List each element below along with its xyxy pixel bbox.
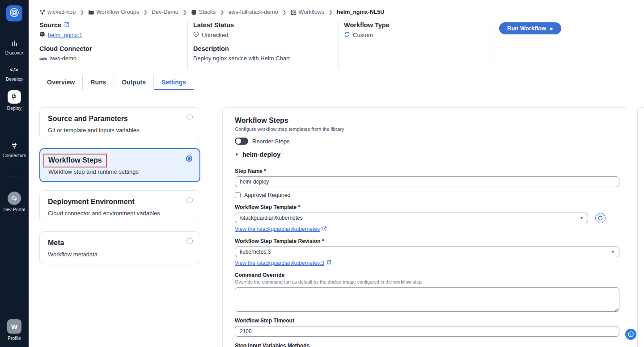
breadcrumb-stacks[interactable]: Stacks [191,9,216,15]
breadcrumb-stack[interactable]: aws-full-stack-demo [228,9,278,15]
radio-unchecked[interactable] [186,114,193,120]
step-name-input[interactable] [235,176,619,187]
command-override-help: Override the command run as default by t… [235,279,617,284]
source-link[interactable]: helm_nginx:1 [48,32,82,38]
step-section-title: helm-deploy [242,151,280,158]
view-revision-link[interactable]: View the /stackguardian/kubernetes:3 [235,260,331,266]
workflow-type-value: Custom [353,32,373,38]
info-button[interactable] [625,329,636,340]
nav-card-title: Meta [48,239,192,247]
select-arrow-icon: ▼ [580,216,584,220]
description-value: Deploy nginx service with Helm Chart [193,55,290,62]
stack-icon [191,9,197,15]
app-logo[interactable] [6,5,22,21]
sidebar-item-connectors[interactable]: Connectors [2,141,26,158]
input-methods-label: Step Input Variables Methods [235,343,617,347]
nav-card-title: Source and Parameters [48,115,192,123]
sidebar-item-discover[interactable]: Discover [5,38,24,55]
nav-card-title: Deployment Environment [48,198,192,206]
grid-icon [291,9,297,15]
workflow-type-label: Workflow Type [344,21,390,29]
chevron-right-icon: ❯ [220,9,224,15]
sidebar-item-dev-portal[interactable]: Dev Portal [4,192,25,212]
nav-card-deployment-environment[interactable]: Deployment Environment Cloud connector a… [39,190,200,223]
command-override-textarea[interactable] [235,287,619,312]
radio-checked[interactable] [186,155,192,162]
repeat-icon [344,31,350,39]
revision-label: Workflow Step Template Revision * [235,238,617,244]
nav-card-meta[interactable]: Meta Workflow metadata [39,231,200,264]
panel-title: Workflow Steps [235,117,617,125]
nav-card-title: Workflow Steps [48,156,102,164]
sidebar-item-label: Dev Portal [4,207,25,212]
tab-settings[interactable]: Settings [154,75,194,90]
run-workflow-button[interactable]: Run Workflow ▶ [499,22,561,34]
red-annotation-box: Workflow Steps [43,154,107,167]
circled-minus-icon [193,31,199,38]
chevron-right-icon: ❯ [143,9,148,15]
sidebar-item-label: Profile [8,336,21,341]
bar-chart-icon [9,38,19,48]
breadcrumb-workflow-groups[interactable]: Workflow Groups [88,9,139,15]
radio-unchecked[interactable] [186,238,193,244]
sidebar-item-profile[interactable]: W Profile [7,319,21,341]
folder-icon [88,9,94,15]
breadcrumb-org[interactable]: wicked-hop [39,9,76,15]
settings-nav: Source and Parameters Git or template an… [39,107,200,272]
latest-status-label: Latest Status [193,21,234,29]
sidebar-item-develop[interactable]: </> Develop [6,65,23,82]
source-label: Source [39,21,61,29]
external-link-icon [326,260,331,266]
cloud-connector-block: Cloud Connector aws aws-demo [39,45,181,68]
sidebar-item-label: Connectors [2,153,26,158]
sidebar-item-label: Discover [5,50,24,55]
tab-overview[interactable]: Overview [39,75,83,90]
description-block: Description Deploy nginx service with He… [193,45,332,68]
rocket-icon [8,90,21,104]
refresh-template-button[interactable] [595,213,606,223]
external-link-icon [322,226,327,232]
approval-required-checkbox[interactable] [235,192,241,198]
sidebar-item-deploy[interactable]: Deploy [7,90,21,111]
breadcrumb: wicked-hop ❯ Workflow Groups ❯ Dev-Demo … [29,0,644,15]
header-col-type: Workflow Type Custom [339,21,491,69]
adjacent-panel-edge [637,107,644,347]
sidebar-item-label: Deploy [7,106,21,111]
play-icon: ▶ [550,26,553,31]
dev-portal-icon [8,192,21,205]
workflow-header: Source helm_nginx:1 [39,21,644,69]
reorder-steps-toggle[interactable] [235,138,248,145]
nav-card-workflow-steps[interactable]: Workflow Steps Workflow step and runtime… [39,148,200,182]
nav-card-source-and-parameters[interactable]: Source and Parameters Git or template an… [39,107,200,140]
header-col-source: Source helm_nginx:1 [39,21,188,69]
timeout-label: Workflow Step Timeout [235,318,617,324]
command-override-label: Command Override [235,272,617,278]
select-arrow-icon: ▼ [611,250,615,254]
tab-outputs[interactable]: Outputs [114,75,154,90]
code-icon: </> [9,65,19,75]
view-template-link[interactable]: View the /stackguardian/kubernetes [235,226,327,232]
nav-card-subtitle: Cloud connector and environment variable… [48,210,192,217]
chevron-right-icon: ❯ [328,9,333,15]
workflow-steps-panel: Workflow Steps Configure workflow step t… [222,107,628,347]
revision-select[interactable]: kubernetes:3 ▼ [235,247,619,257]
external-link-icon[interactable] [64,21,70,29]
status-badge: Untracked [202,32,228,38]
main-content: wicked-hop ❯ Workflow Groups ❯ Dev-Demo … [29,0,644,347]
tab-runs[interactable]: Runs [83,75,114,90]
step-section-header[interactable]: ▼ helm-deploy [235,151,617,162]
concentric-circles-logo-icon [9,7,20,20]
header-col-status: Latest Status Untracked Description Depl… [188,21,339,69]
approval-required-label: Approval Required [244,192,291,198]
chevron-right-icon: ❯ [182,9,187,15]
breadcrumb-workflows[interactable]: Workflows [291,9,324,15]
step-name-label: Step Name * [235,168,617,174]
org-icon [39,9,45,15]
description-label: Description [193,45,229,52]
workflow-type-block: Workflow Type Custom [344,21,484,45]
timeout-input[interactable] [235,326,619,337]
template-select[interactable]: /stackguardian/kubernetes ▼ [235,213,588,223]
radio-unchecked[interactable] [186,197,193,203]
breadcrumb-workflow-group[interactable]: Dev-Demo [152,9,178,15]
tab-bar: Overview Runs Outputs Settings [39,75,635,90]
